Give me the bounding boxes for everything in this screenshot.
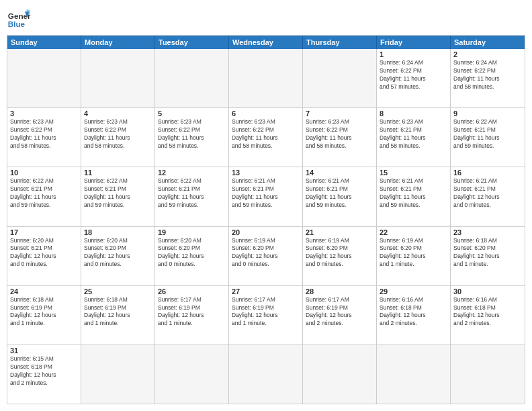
day-cell-23: 23Sunrise: 6:18 AM Sunset: 6:20 PM Dayli… — [451, 227, 525, 285]
day-number: 21 — [306, 228, 373, 236]
day-number: 11 — [84, 169, 152, 177]
day-info: Sunrise: 6:21 AM Sunset: 6:21 PM Dayligh… — [453, 177, 522, 210]
day-info: Sunrise: 6:16 AM Sunset: 6:18 PM Dayligh… — [380, 296, 447, 328]
header-day-friday: Friday — [377, 36, 451, 49]
day-number: 9 — [453, 109, 522, 118]
day-info: Sunrise: 6:21 AM Sunset: 6:21 PM Dayligh… — [232, 177, 300, 210]
day-info: Sunrise: 6:18 AM Sunset: 6:20 PM Dayligh… — [453, 237, 522, 269]
day-info: Sunrise: 6:22 AM Sunset: 6:21 PM Dayligh… — [453, 118, 522, 150]
day-cell-8: 8Sunrise: 6:23 AM Sunset: 6:21 PM Daylig… — [377, 108, 451, 167]
day-info: Sunrise: 6:20 AM Sunset: 6:20 PM Dayligh… — [158, 237, 226, 269]
day-info: Sunrise: 6:23 AM Sunset: 6:22 PM Dayligh… — [306, 118, 373, 150]
day-number: 31 — [10, 347, 78, 355]
header-day-thursday: Thursday — [303, 36, 377, 49]
day-cell-6: 6Sunrise: 6:23 AM Sunset: 6:22 PM Daylig… — [229, 108, 303, 167]
day-number: 14 — [306, 169, 373, 177]
day-number: 2 — [453, 50, 522, 58]
day-number: 26 — [158, 287, 226, 295]
day-cell-13: 13Sunrise: 6:21 AM Sunset: 6:21 PM Dayli… — [229, 167, 303, 226]
empty-cell — [377, 345, 451, 404]
empty-cell — [303, 49, 377, 107]
day-cell-9: 9Sunrise: 6:22 AM Sunset: 6:21 PM Daylig… — [451, 108, 525, 167]
day-info: Sunrise: 6:15 AM Sunset: 6:18 PM Dayligh… — [10, 355, 78, 387]
day-cell-4: 4Sunrise: 6:23 AM Sunset: 6:22 PM Daylig… — [81, 108, 155, 167]
day-info: Sunrise: 6:23 AM Sunset: 6:22 PM Dayligh… — [232, 118, 300, 150]
week-row-1: 3Sunrise: 6:23 AM Sunset: 6:22 PM Daylig… — [7, 108, 525, 167]
day-info: Sunrise: 6:21 AM Sunset: 6:21 PM Dayligh… — [380, 177, 447, 210]
day-info: Sunrise: 6:18 AM Sunset: 6:19 PM Dayligh… — [84, 296, 152, 328]
day-number: 7 — [306, 109, 373, 118]
day-cell-17: 17Sunrise: 6:20 AM Sunset: 6:21 PM Dayli… — [7, 227, 81, 285]
day-info: Sunrise: 6:19 AM Sunset: 6:20 PM Dayligh… — [232, 237, 300, 269]
day-cell-1: 1Sunrise: 6:24 AM Sunset: 6:22 PM Daylig… — [377, 49, 451, 107]
week-row-0: 1Sunrise: 6:24 AM Sunset: 6:22 PM Daylig… — [7, 49, 525, 108]
empty-cell — [451, 345, 525, 404]
day-number: 23 — [453, 228, 522, 236]
day-info: Sunrise: 6:16 AM Sunset: 6:18 PM Dayligh… — [453, 296, 522, 328]
day-info: Sunrise: 6:22 AM Sunset: 6:21 PM Dayligh… — [84, 177, 152, 210]
week-row-5: 31Sunrise: 6:15 AM Sunset: 6:18 PM Dayli… — [7, 345, 525, 404]
calendar-body: 1Sunrise: 6:24 AM Sunset: 6:22 PM Daylig… — [7, 49, 525, 404]
day-number: 1 — [380, 50, 447, 58]
empty-cell — [155, 345, 229, 404]
empty-cell — [303, 345, 377, 404]
day-info: Sunrise: 6:17 AM Sunset: 6:19 PM Dayligh… — [158, 296, 226, 328]
logo: General Blue — [7, 7, 31, 31]
day-number: 12 — [158, 169, 226, 177]
day-info: Sunrise: 6:23 AM Sunset: 6:22 PM Dayligh… — [158, 118, 226, 150]
day-info: Sunrise: 6:22 AM Sunset: 6:21 PM Dayligh… — [10, 177, 78, 210]
header-day-monday: Monday — [81, 36, 155, 49]
day-number: 18 — [84, 228, 152, 236]
day-cell-21: 21Sunrise: 6:19 AM Sunset: 6:20 PM Dayli… — [303, 227, 377, 285]
day-number: 24 — [10, 287, 78, 295]
day-number: 19 — [158, 228, 226, 236]
svg-text:Blue: Blue — [8, 19, 26, 28]
day-cell-11: 11Sunrise: 6:22 AM Sunset: 6:21 PM Dayli… — [81, 167, 155, 226]
day-info: Sunrise: 6:23 AM Sunset: 6:21 PM Dayligh… — [380, 118, 447, 150]
day-info: Sunrise: 6:24 AM Sunset: 6:22 PM Dayligh… — [453, 59, 522, 91]
day-cell-27: 27Sunrise: 6:17 AM Sunset: 6:19 PM Dayli… — [229, 286, 303, 345]
day-number: 20 — [232, 228, 300, 236]
day-cell-30: 30Sunrise: 6:16 AM Sunset: 6:18 PM Dayli… — [451, 286, 525, 345]
week-row-4: 24Sunrise: 6:18 AM Sunset: 6:19 PM Dayli… — [7, 286, 525, 345]
day-cell-22: 22Sunrise: 6:19 AM Sunset: 6:20 PM Dayli… — [377, 227, 451, 285]
day-info: Sunrise: 6:20 AM Sunset: 6:21 PM Dayligh… — [10, 237, 78, 269]
day-cell-3: 3Sunrise: 6:23 AM Sunset: 6:22 PM Daylig… — [7, 108, 81, 167]
day-cell-19: 19Sunrise: 6:20 AM Sunset: 6:20 PM Dayli… — [155, 227, 229, 285]
day-cell-14: 14Sunrise: 6:21 AM Sunset: 6:21 PM Dayli… — [303, 167, 377, 226]
day-cell-28: 28Sunrise: 6:17 AM Sunset: 6:19 PM Dayli… — [303, 286, 377, 345]
day-number: 3 — [10, 109, 78, 118]
page: General Blue SundayMondayTuesdayWednesda… — [0, 0, 532, 411]
day-number: 28 — [306, 287, 373, 295]
day-number: 30 — [453, 287, 522, 295]
day-number: 17 — [10, 228, 78, 236]
empty-cell — [229, 49, 303, 107]
day-number: 8 — [380, 109, 447, 118]
day-info: Sunrise: 6:19 AM Sunset: 6:20 PM Dayligh… — [306, 237, 373, 269]
day-cell-15: 15Sunrise: 6:21 AM Sunset: 6:21 PM Dayli… — [377, 167, 451, 226]
day-cell-25: 25Sunrise: 6:18 AM Sunset: 6:19 PM Dayli… — [81, 286, 155, 345]
day-number: 15 — [380, 169, 447, 177]
day-number: 25 — [84, 287, 152, 295]
day-info: Sunrise: 6:22 AM Sunset: 6:21 PM Dayligh… — [158, 177, 226, 210]
day-cell-29: 29Sunrise: 6:16 AM Sunset: 6:18 PM Dayli… — [377, 286, 451, 345]
day-number: 4 — [84, 109, 152, 118]
day-number: 13 — [232, 169, 300, 177]
day-info: Sunrise: 6:17 AM Sunset: 6:19 PM Dayligh… — [232, 296, 300, 328]
day-info: Sunrise: 6:23 AM Sunset: 6:22 PM Dayligh… — [84, 118, 152, 150]
week-row-2: 10Sunrise: 6:22 AM Sunset: 6:21 PM Dayli… — [7, 167, 525, 226]
day-number: 6 — [232, 109, 300, 118]
day-number: 27 — [232, 287, 300, 295]
day-cell-12: 12Sunrise: 6:22 AM Sunset: 6:21 PM Dayli… — [155, 167, 229, 226]
calendar: SundayMondayTuesdayWednesdayThursdayFrid… — [7, 35, 525, 404]
logo-icon: General Blue — [7, 7, 31, 31]
day-info: Sunrise: 6:17 AM Sunset: 6:19 PM Dayligh… — [306, 296, 373, 328]
day-number: 16 — [453, 169, 522, 177]
empty-cell — [81, 49, 155, 107]
empty-cell — [7, 49, 81, 107]
day-info: Sunrise: 6:21 AM Sunset: 6:21 PM Dayligh… — [306, 177, 373, 210]
day-info: Sunrise: 6:23 AM Sunset: 6:22 PM Dayligh… — [10, 118, 78, 150]
day-info: Sunrise: 6:19 AM Sunset: 6:20 PM Dayligh… — [380, 237, 447, 269]
empty-cell — [81, 345, 155, 404]
day-cell-16: 16Sunrise: 6:21 AM Sunset: 6:21 PM Dayli… — [451, 167, 525, 226]
